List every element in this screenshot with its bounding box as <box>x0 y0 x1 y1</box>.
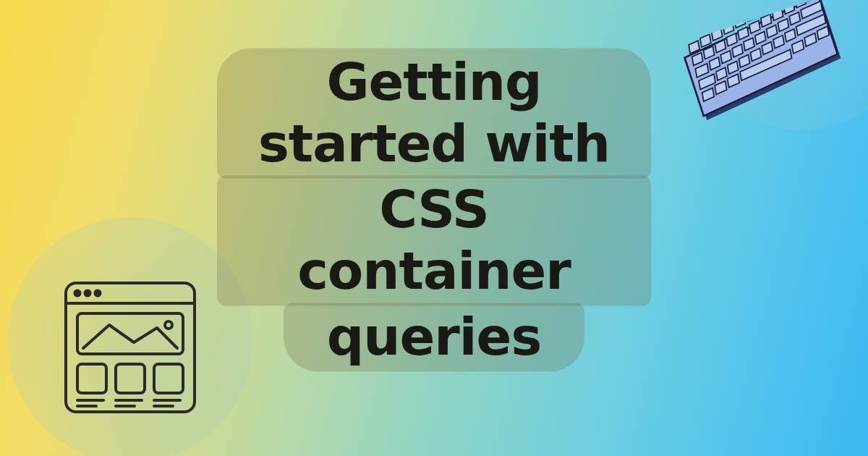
hero-title-container: Getting started with CSS container queri… <box>217 48 651 371</box>
svg-point-2 <box>75 291 80 296</box>
browser-window-icon <box>61 279 199 416</box>
hero-title: Getting started with CSS container queri… <box>217 48 651 371</box>
svg-rect-7 <box>77 364 106 393</box>
svg-point-4 <box>95 291 101 296</box>
title-line-1: Getting started with <box>217 48 651 178</box>
svg-rect-9 <box>154 364 183 393</box>
browser-window-svg <box>61 279 199 416</box>
svg-point-6 <box>165 321 172 329</box>
svg-rect-8 <box>116 364 145 393</box>
title-line-2: CSS container <box>217 175 651 305</box>
title-line-3: queries <box>284 303 585 371</box>
svg-rect-5 <box>77 313 183 354</box>
svg-point-3 <box>85 291 90 296</box>
